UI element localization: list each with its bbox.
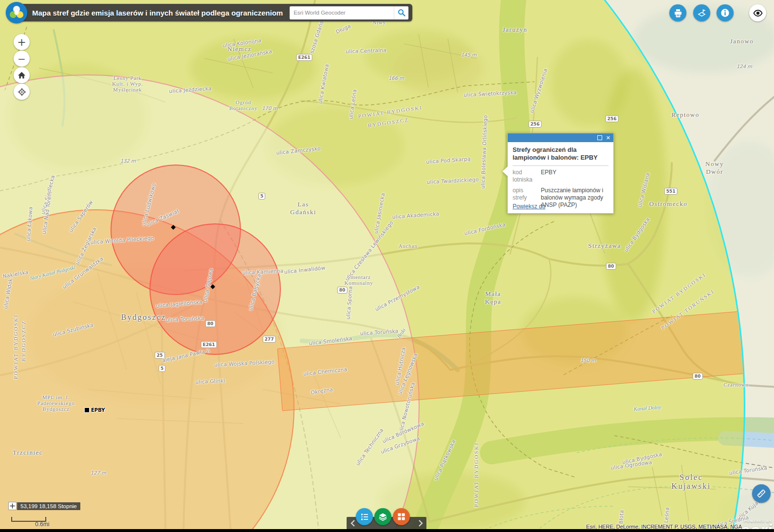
home-button[interactable]	[14, 67, 30, 83]
plus-icon: +	[17, 36, 26, 48]
zoom-to-link[interactable]: Powiększ do	[513, 203, 545, 210]
title-bar: Mapa stref gdzie emisja laserów i innych…	[18, 4, 412, 21]
coordinate-text: 53,199 18,158 Stopnie	[17, 502, 80, 510]
field-value: EPBY	[538, 169, 556, 183]
coordinate-readout: 53,199 18,158 Stopnie	[8, 502, 80, 510]
airport-marker-label: EPBY	[91, 407, 105, 413]
print-icon	[674, 9, 682, 18]
legend-widget-button[interactable]	[356, 508, 373, 525]
chevron-right-icon	[418, 520, 423, 527]
map-application: NiemczNiwyJarużynJanowoReptowoNowy DwórO…	[0, 0, 774, 532]
info-button[interactable]	[717, 4, 734, 21]
zoom-in-button[interactable]: +	[14, 34, 30, 50]
locate-button[interactable]	[14, 84, 30, 100]
layers-icon	[378, 512, 387, 521]
airport-marker-epby[interactable]: EPBY	[84, 407, 105, 413]
measure-button[interactable]	[752, 484, 771, 503]
page-title: Mapa stref gdzie emisja laserów i innych…	[32, 9, 283, 17]
feature-popup: ✕ Strefy ograniczeń dla lampionów i balo…	[507, 133, 614, 214]
airport-marker-icon	[84, 407, 90, 413]
zone-red-circle-2[interactable]	[149, 223, 281, 355]
header-bar: Mapa stref gdzie emisja laserów i innych…	[6, 2, 412, 23]
field-label: kod lotniska	[513, 169, 538, 183]
minus-icon: −	[18, 53, 26, 65]
ruler-icon	[756, 488, 767, 499]
app-logo-icon	[6, 2, 27, 23]
layers-widget-button[interactable]	[374, 508, 391, 525]
dock-next-button[interactable]	[416, 519, 424, 528]
popup-body: Strefy ograniczeń dla lampionów i balonó…	[508, 142, 613, 213]
locate-icon	[18, 88, 26, 96]
search-box	[290, 6, 408, 19]
grid-icon	[397, 513, 405, 521]
zoom-out-button[interactable]: −	[14, 51, 30, 67]
field-value: Puszczanie lampionów i balonów wymaga zg…	[538, 187, 608, 209]
zone-epby-outer-circle[interactable]	[0, 0, 745, 532]
coordinate-mode-icon[interactable]	[8, 502, 17, 510]
basemap-gallery-button[interactable]	[393, 508, 410, 525]
search-icon	[398, 9, 405, 17]
popup-header: ✕	[508, 133, 613, 142]
popup-arrow	[502, 166, 508, 176]
search-input[interactable]	[290, 6, 394, 19]
chevron-left-icon	[350, 520, 355, 527]
visibility-button[interactable]	[749, 4, 766, 21]
legend-button[interactable]	[693, 4, 710, 21]
bottom-strip	[0, 529, 774, 532]
eye-icon	[753, 8, 763, 18]
print-button[interactable]	[669, 4, 686, 21]
search-button[interactable]	[394, 6, 408, 19]
legend-icon	[697, 8, 706, 18]
home-icon	[18, 71, 26, 79]
dock-previous-button[interactable]	[349, 519, 357, 528]
legend-list-icon	[360, 513, 369, 521]
scale-label: 0.6mi	[35, 521, 49, 528]
popup-maximize-icon[interactable]	[597, 135, 602, 140]
info-icon	[720, 8, 730, 18]
popup-close-icon[interactable]: ✕	[606, 135, 610, 141]
popup-field-row: kod lotniska EPBY	[513, 169, 608, 183]
popup-title: Strefy ograniczeń dla lampionów i balonó…	[513, 146, 608, 162]
